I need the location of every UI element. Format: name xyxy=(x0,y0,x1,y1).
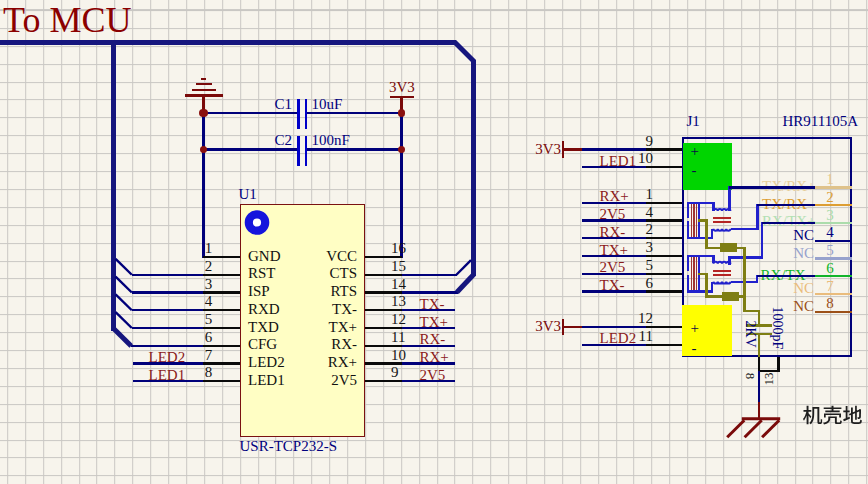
t1-out-v-top xyxy=(728,186,730,211)
chassis-net-label xyxy=(803,406,862,425)
u1-comment: USR-TCP232-S xyxy=(240,439,338,454)
term1-h2 xyxy=(705,247,720,249)
netlabel-u1-right-7: 2V5 xyxy=(420,368,446,383)
netlabel-led2-u1: LED2 xyxy=(149,350,186,365)
bus-entry-left-5 xyxy=(116,312,132,328)
j1r-pin4-number: 4 xyxy=(823,225,837,240)
wire-u1-pin5 xyxy=(132,327,204,329)
wire-j1r-row1 xyxy=(729,186,815,188)
bus-entry-left-2 xyxy=(116,259,132,275)
j1-pin6-number: 6 xyxy=(629,276,653,291)
j1-shield-pin13-number: 13 xyxy=(761,373,774,386)
t1-top-h xyxy=(687,202,715,204)
u1-pin4-name: RXD xyxy=(248,302,280,317)
wire-c1-left xyxy=(203,112,298,114)
power-3v3-label-top: 3V3 xyxy=(389,80,415,95)
term2-h2 xyxy=(705,295,722,297)
u1-pin3-name: ISP xyxy=(248,284,270,299)
cap-c2-plate-left xyxy=(297,136,300,166)
t2-top-h xyxy=(687,255,715,257)
junction-gnd-c1 xyxy=(199,109,207,117)
wire-c1-right xyxy=(307,112,403,114)
j1-pin9-number: 9 xyxy=(629,134,653,149)
wire-c2-right xyxy=(307,148,403,150)
wire-u1-pin3 xyxy=(132,291,204,293)
u1-pin15-number: 15 xyxy=(391,259,407,274)
chassis-ground-diag-3 xyxy=(762,420,779,437)
term-cap-v-top xyxy=(758,310,760,325)
u1-pin13-name: TX- xyxy=(307,302,357,317)
j1-pin4-number: 4 xyxy=(629,205,653,220)
bus-tail-left xyxy=(113,328,131,346)
j1r-pin7-label: NC xyxy=(789,281,814,296)
wire-j1r-row2 xyxy=(757,204,815,206)
u1-pin9-name: 2V5 xyxy=(307,373,357,388)
cap-shield-value: 1000pF xyxy=(770,306,784,349)
cap-c1-plate-left xyxy=(297,99,300,129)
netlabel-u1-right-4: TX+ xyxy=(420,315,448,330)
j1-designator: J1 xyxy=(687,114,700,129)
t2-up-v xyxy=(761,222,763,258)
c1-designator: C1 xyxy=(275,97,293,112)
t2-sec-v-top xyxy=(712,256,714,263)
u1-pin16-number: 16 xyxy=(391,241,407,256)
t2-sec-v-bottom xyxy=(711,282,713,293)
u1-pin5-name: TXD xyxy=(248,320,279,335)
u1-pin4-number: 4 xyxy=(204,294,214,309)
j1-led-bottom-minus: - xyxy=(692,341,697,356)
j1-pin1-number: 1 xyxy=(629,187,653,202)
c1-value: 10uF xyxy=(312,97,343,112)
netlabel-led2-j1-11: LED2 xyxy=(600,331,637,346)
u1-designator: U1 xyxy=(239,187,257,202)
power-3v3-label-bottom: 3V3 xyxy=(531,319,561,334)
power-3v3-bottom-stub xyxy=(563,326,582,328)
bus-tail-right xyxy=(457,274,474,292)
u1-pin5-number: 5 xyxy=(204,312,214,327)
j1r-pin8-number: 8 xyxy=(823,296,837,311)
t2-winding-line-1 xyxy=(693,256,695,292)
u1-pin8-number: 8 xyxy=(204,365,214,380)
term1-v xyxy=(705,219,707,247)
junction-c1-right xyxy=(398,109,405,116)
term1-resistor xyxy=(720,243,738,252)
t2-out-h-top xyxy=(729,256,763,258)
u1-pin2-number: 2 xyxy=(204,259,214,274)
j1-pin3-number: 3 xyxy=(629,240,653,255)
chassis-net-label-glyphs xyxy=(803,406,862,425)
bus-entry-left-4 xyxy=(116,294,132,310)
wire-u1-pin15 xyxy=(402,274,457,276)
cap-shield-voltage: 2KV xyxy=(743,320,757,347)
u1-pin12-name: TX+ xyxy=(307,320,357,335)
j1r-pin4-label: NC xyxy=(789,228,814,243)
u1-pin7-name: LED2 xyxy=(248,355,285,370)
u1-pin13-number: 13 xyxy=(391,294,407,309)
j1-led-top-plus: + xyxy=(691,144,699,159)
j1-shield-pin8-number: 8 xyxy=(743,372,756,379)
j1r-pin1-number: 1 xyxy=(823,172,837,187)
netlabel-u1-right-6: RX+ xyxy=(420,350,449,365)
j1r-pin2-number: 2 xyxy=(823,190,837,205)
power-3v3-bar xyxy=(390,96,414,99)
j1-comment: HR911105A xyxy=(778,114,858,129)
u1-pin10-name: RX+ xyxy=(307,355,357,370)
bus-entry-right-15 xyxy=(456,260,471,275)
wire-u1-pin2 xyxy=(132,274,204,276)
t2-core-bar-2 xyxy=(713,274,731,276)
junction-c2-right xyxy=(398,146,405,153)
u1-pin3-number: 3 xyxy=(204,277,214,292)
netlabel-u1-right-3: TX- xyxy=(420,297,445,312)
j1r-pin8-label: NC xyxy=(789,299,814,314)
bus-horizontal xyxy=(0,40,456,45)
netlabel-2v5-j1-4: 2V5 xyxy=(600,207,626,222)
netlabel-rx+-j1-1: RX+ xyxy=(600,189,629,204)
u1-pin7-number: 7 xyxy=(204,348,214,363)
wire-u1-pin6 xyxy=(131,345,203,347)
u1-pin6-name: CFG xyxy=(248,337,277,352)
wire-3v3-vertical xyxy=(400,112,402,258)
term-main-v xyxy=(743,247,745,313)
t1-blue-left-upper xyxy=(687,203,689,218)
u1-pin11-number: 11 xyxy=(391,330,407,345)
u1-pin9-number: 9 xyxy=(391,365,407,380)
u1-pin12-number: 12 xyxy=(391,312,407,327)
t2-winding-line-2 xyxy=(696,256,698,292)
